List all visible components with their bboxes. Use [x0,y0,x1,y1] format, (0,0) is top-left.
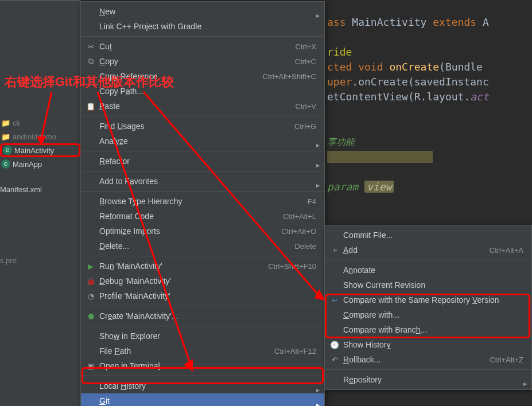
menu-icon: 📋 [86,102,96,111]
ctx-sep [81,171,324,171]
icon-slot [329,231,340,240]
menu-label: Optimize Imports [99,227,264,236]
ctx-item-0[interactable]: New [81,4,324,19]
mnemonic: n [348,266,353,275]
menu-icon: ✂ [86,42,96,51]
ctx-item-21[interactable]: ▶Run 'MainActivity'Ctrl+Shift+F10 [81,259,324,274]
tree-file-proguard[interactable]: s.pro [0,253,80,267]
ctx-item-16[interactable]: Browse Type HierarchyF4 [81,194,324,209]
mnemonic: w [114,331,119,341]
menu-icon: 🐞 [86,276,96,286]
menu-shortcut: Ctrl+Alt+O [281,227,316,236]
git-item-7[interactable]: Compare with Branch... [325,322,531,337]
icon-slot [329,325,340,334]
ctx-item-23[interactable]: ◔Profile 'MainActivity' [81,288,324,303]
ctx-sep [81,376,324,376]
menu-icon: ▣ [86,361,96,370]
menu-label: Reformat Code [99,212,266,221]
ctx-item-25[interactable]: ⬣Create 'MainActivity'... [81,309,324,323]
ctx-item-31[interactable]: Local History [81,378,324,393]
tree-label: androiddemo [13,132,56,141]
menu-label: Compare with... [343,310,523,319]
code-id: .onCreate(savedInstanc [352,76,488,88]
ctx-item-17[interactable]: Reformat CodeCtrl+Alt+L [81,209,324,224]
ctx-item-18[interactable]: Optimize ImportsCtrl+Alt+O [81,224,324,239]
ctx-item-5[interactable]: Copy ReferenceCtrl+Alt+Shift+C [81,69,324,84]
mnemonic: y [386,340,390,349]
mnemonic: D [99,241,105,251]
tree-file-mainactivity[interactable]: C MainActivity [0,143,80,157]
ctx-item-27[interactable]: Show in Explorer [81,329,324,343]
code-id: (Bundle [439,61,483,73]
mnemonic: U [117,122,123,131]
git-item-5[interactable]: ↩Compare with the Same Repository Versio… [325,292,531,307]
tree-pkg-ck[interactable]: 📁 ck [0,116,80,130]
menu-icon: ↶ [329,355,340,364]
tree-file-manifest[interactable]: Manifest.xml [0,182,80,196]
ctx-item-7[interactable]: 📋PasteCtrl+V [81,99,324,114]
menu-shortcut: Delete [294,242,316,251]
mnemonic: A [343,245,348,255]
ctx-item-28[interactable]: File PathCtrl+Alt+F12 [81,343,324,358]
menu-label: Add [343,245,472,255]
ctx-item-1[interactable]: Link C++ Project with Gradle [81,19,324,34]
tree-label: Manifest.xml [0,185,42,194]
menu-icon: ◔ [86,291,96,300]
ctx-item-22[interactable]: 🐞Debug 'MainActivity' [81,274,324,288]
mnemonic: n [110,261,114,271]
ctx-sep [81,36,324,37]
ctx-sep [81,256,324,256]
ctx-item-14[interactable]: Add to Favorites [81,174,324,189]
menu-label: File Path [99,346,257,356]
ctx-item-3[interactable]: ✂CutCtrl+X [81,39,324,54]
code-kw: uper [327,76,352,88]
icon-slot [86,87,96,96]
mnemonic: y [114,72,118,81]
menu-label: Create 'MainActivity'... [99,311,316,321]
menu-label: Compare with Branch... [343,325,523,334]
ctx-item-19[interactable]: Delete...Delete [81,239,324,253]
mnemonic: P [114,346,119,356]
menu-label: Browse Type Hierarchy [99,197,290,206]
icon-slot [86,212,96,221]
menu-label: Copy [99,57,278,66]
icon-slot [86,396,96,405]
git-item-9[interactable]: ↶Rollback...Ctrl+Alt+Z [325,352,531,367]
code-id: etContentView(R.layout. [327,91,470,103]
git-item-6[interactable]: Compare with... [325,307,531,322]
git-item-1[interactable]: ＋AddCtrl+Alt+A [325,243,531,257]
context-menu: NewLink C++ Project with Gradle✂CutCtrl+… [80,1,325,406]
tree-file-mainapp[interactable]: C MainApp [0,157,80,171]
ctx-item-29[interactable]: ▣Open in Terminal [81,358,324,373]
tree-pkg-androiddemo[interactable]: 📁 androiddemo [0,130,80,143]
ctx-item-9[interactable]: Find UsagesCtrl+G [81,119,324,134]
git-item-0[interactable]: Commit File... [325,228,531,243]
code-kw: ass [327,16,352,28]
code-fn: onCreate [383,61,440,73]
ctx-item-6[interactable]: Copy Path... [81,84,324,99]
icon-slot [86,197,96,206]
menu-label: Analyze [99,136,316,146]
git-item-8[interactable]: 🕘Show History [325,337,531,352]
menu-label: Add to Favorites [99,177,316,186]
git-item-3[interactable]: Annotate [325,263,531,278]
menu-label: Cut [99,42,278,51]
ctx-item-12[interactable]: Refactor [81,154,324,169]
menu-label: Open in Terminal [99,361,316,370]
ctx-item-32[interactable]: Git [81,393,324,406]
menu-icon: ↩ [329,295,340,304]
project-tree: 📁 ck 📁 androiddemo C MainActivity C Main… [0,0,80,406]
code-id: act [470,91,489,103]
mnemonic: a [126,87,130,96]
class-icon: C [3,146,12,155]
folder-icon: 📁 [1,119,10,127]
mnemonic: C [99,57,105,66]
ctx-item-4[interactable]: ⧉CopyCtrl+C [81,54,324,69]
class-icon: C [1,159,10,169]
ctx-item-10[interactable]: Analyze [81,134,324,149]
mnemonic: N [99,7,105,16]
menu-label: Local History [99,381,316,391]
code-kw: extends [426,16,483,28]
git-item-4[interactable]: Show Current Revision [325,278,531,292]
git-item-11[interactable]: Repository [325,372,531,387]
